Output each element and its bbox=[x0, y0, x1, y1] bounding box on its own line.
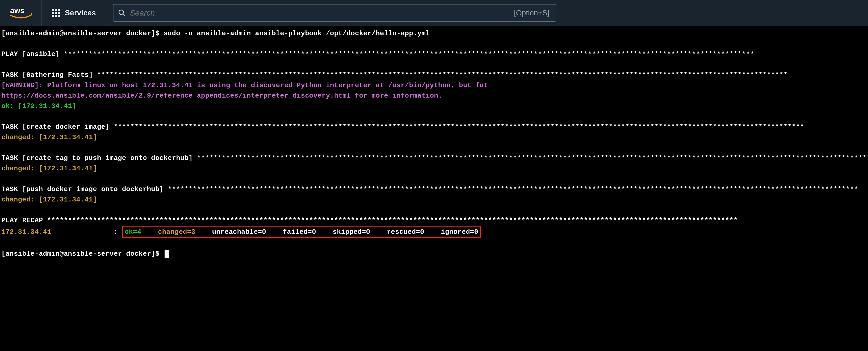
services-grid-icon bbox=[52, 9, 60, 17]
task-changed: changed: [172.31.34.41] bbox=[1, 165, 97, 172]
task-create-docker-image: TASK [create docker image] *************… bbox=[1, 123, 804, 131]
recap-unreachable: unreachable=0 bbox=[212, 228, 266, 236]
task-create-tag: TASK [create tag to push image onto dock… bbox=[1, 154, 868, 162]
task-push-dockerhub: TASK [push docker image onto dockerhub] … bbox=[1, 186, 858, 193]
play-recap-header: PLAY RECAP *****************************… bbox=[1, 217, 738, 224]
recap-highlight-box: ok=4 changed=3 unreachable=0 failed=0 sk… bbox=[122, 226, 481, 238]
terminal-output[interactable]: [ansible-admin@ansible-server docker]$ s… bbox=[0, 26, 868, 259]
services-menu[interactable]: Services bbox=[41, 0, 106, 26]
svg-line-2 bbox=[123, 14, 125, 16]
task-ok: ok: [172.31.34.41] bbox=[1, 102, 76, 110]
recap-ok: ok=4 bbox=[125, 228, 142, 236]
recap-changed: changed=3 bbox=[158, 228, 195, 236]
aws-logo-icon: aws bbox=[10, 6, 32, 20]
aws-logo[interactable]: aws bbox=[6, 0, 41, 26]
terminal-cursor bbox=[164, 250, 168, 258]
svg-text:aws: aws bbox=[10, 6, 24, 15]
task-changed: changed: [172.31.34.41] bbox=[1, 133, 97, 141]
play-header: PLAY [ansible] *************************… bbox=[1, 51, 754, 58]
recap-ignored: ignored=0 bbox=[441, 228, 478, 236]
shell-prompt: [ansible-admin@ansible-server docker]$ bbox=[1, 30, 159, 37]
aws-console-header: aws Services [Option+S] bbox=[0, 0, 868, 26]
search-box[interactable]: [Option+S] bbox=[113, 4, 556, 22]
ansible-warning-line1: [WARNING]: Platform linux on host 172.31… bbox=[1, 82, 488, 89]
task-changed: changed: [172.31.34.41] bbox=[1, 196, 97, 203]
recap-rescued: rescued=0 bbox=[387, 228, 424, 236]
services-label: Services bbox=[65, 8, 96, 17]
search-icon bbox=[118, 9, 126, 17]
task-gathering-facts: TASK [Gathering Facts] *****************… bbox=[1, 71, 787, 79]
global-search: [Option+S] bbox=[113, 4, 556, 22]
recap-skipped: skipped=0 bbox=[333, 228, 370, 236]
star-fill: ****************************************… bbox=[64, 51, 754, 58]
search-shortcut-hint: [Option+S] bbox=[514, 8, 551, 17]
recap-host: 172.31.34.41 bbox=[1, 228, 51, 236]
ansible-warning-line2: https://docs.ansible.com/ansible/2.9/ref… bbox=[1, 92, 442, 100]
shell-command: sudo -u ansible-admin ansible-playbook /… bbox=[164, 30, 430, 37]
search-input[interactable] bbox=[126, 8, 514, 18]
recap-failed: failed=0 bbox=[283, 228, 316, 236]
shell-prompt: [ansible-admin@ansible-server docker]$ bbox=[1, 250, 159, 258]
